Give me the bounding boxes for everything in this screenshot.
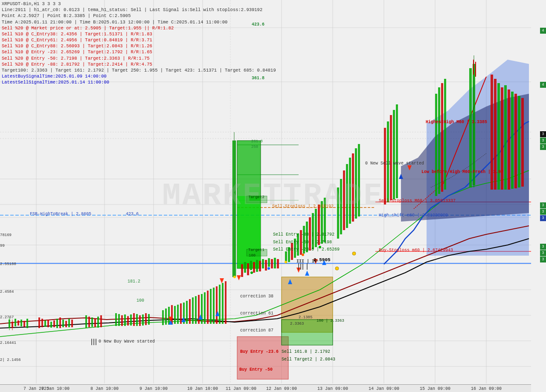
time-axis: 7 Jan 2025 7 Jan 10:00 8 Jan 10:00 9 Jan… (0, 384, 531, 392)
time-label-8: 14 Jan 09:00 (369, 386, 399, 391)
svg-rect-65 (97, 317, 99, 328)
svg-rect-111 (265, 260, 267, 271)
svg-rect-124 (309, 217, 311, 251)
svg-rect-159 (521, 98, 524, 187)
svg-rect-105 (247, 263, 249, 275)
svg-rect-51 (44, 320, 46, 327)
svg-rect-150 (491, 75, 493, 190)
svg-rect-127 (318, 205, 320, 245)
svg-point-174 (352, 252, 356, 255)
svg-rect-81 (168, 307, 170, 325)
svg-rect-113 (271, 259, 273, 268)
svg-rect-32 (237, 196, 261, 268)
svg-rect-104 (244, 262, 246, 273)
right-box-3a: 3 (540, 138, 546, 144)
svg-rect-95 (210, 289, 212, 324)
svg-rect-147 (469, 68, 472, 187)
svg-rect-90 (195, 296, 197, 324)
time-label-6: 12 Jan 09:00 (266, 386, 297, 391)
time-label-4: 10 Jan 10:00 (187, 386, 218, 391)
svg-rect-155 (508, 89, 510, 190)
chart-svg (0, 0, 546, 392)
right-box-3c: 3 (540, 202, 546, 208)
svg-marker-166 (322, 260, 326, 265)
svg-rect-137 (358, 144, 360, 216)
svg-point-192 (302, 254, 304, 256)
svg-rect-55 (56, 319, 58, 328)
svg-rect-154 (504, 85, 507, 190)
svg-marker-169 (237, 275, 241, 280)
svg-rect-141 (393, 110, 395, 199)
time-label-7: 13 Jan 09:00 (317, 386, 348, 391)
svg-point-193 (319, 246, 321, 248)
svg-rect-110 (262, 259, 264, 268)
svg-rect-67 (115, 313, 117, 326)
svg-rect-194 (247, 196, 267, 203)
svg-marker-168 (220, 278, 224, 283)
svg-point-173 (335, 267, 339, 270)
svg-rect-58 (65, 321, 67, 327)
svg-rect-34 (237, 337, 288, 379)
svg-rect-142 (396, 104, 398, 198)
svg-rect-44 (15, 319, 16, 326)
svg-rect-134 (349, 158, 351, 224)
svg-rect-63 (91, 317, 93, 327)
right-box-3-black: 3 (540, 131, 546, 137)
svg-rect-73 (133, 313, 135, 326)
svg-rect-88 (189, 299, 191, 324)
svg-point-191 (285, 261, 287, 263)
right-box-3b: 3 (540, 144, 546, 150)
time-label-5: 11 Jan 09:00 (226, 386, 256, 391)
svg-rect-157 (514, 94, 517, 188)
svg-rect-112 (268, 258, 270, 267)
svg-rect-46 (20, 320, 22, 326)
svg-rect-54 (53, 320, 55, 327)
svg-rect-140 (390, 115, 392, 200)
svg-rect-53 (50, 322, 52, 328)
time-label-10: 16 Jan 09:00 (471, 386, 502, 391)
svg-rect-133 (346, 164, 348, 228)
svg-rect-153 (501, 87, 503, 190)
right-box-4b: 4 (540, 82, 546, 88)
svg-rect-136 (355, 148, 357, 219)
svg-rect-146 (444, 79, 446, 190)
svg-rect-64 (94, 319, 96, 327)
svg-rect-98 (219, 285, 221, 324)
svg-rect-118 (291, 243, 293, 260)
svg-rect-145 (441, 83, 443, 192)
svg-rect-139 (387, 121, 389, 202)
svg-rect-75 (139, 315, 141, 326)
svg-rect-135 (352, 153, 354, 222)
svg-rect-195 (247, 249, 267, 256)
time-label-2: 8 Jan 10:00 (90, 386, 119, 391)
svg-rect-117 (288, 247, 290, 262)
time-label-3: 9 Jan 10:00 (139, 386, 168, 391)
svg-rect-80 (165, 308, 167, 325)
svg-rect-143 (435, 94, 437, 196)
svg-rect-87 (186, 301, 188, 324)
svg-rect-115 (277, 259, 279, 268)
svg-rect-122 (303, 226, 305, 254)
svg-rect-69 (121, 315, 123, 326)
svg-rect-57 (62, 320, 64, 327)
time-label-9: 15 Jan 09:00 (420, 386, 450, 391)
svg-rect-94 (207, 291, 209, 324)
svg-rect-76 (142, 314, 144, 326)
svg-rect-121 (300, 230, 302, 255)
svg-rect-59 (68, 319, 70, 327)
svg-rect-126 (315, 209, 317, 247)
svg-rect-151 (494, 79, 497, 190)
svg-rect-103 (241, 264, 243, 277)
svg-rect-114 (274, 258, 276, 268)
svg-rect-74 (136, 314, 138, 326)
right-box-3d: 3 (540, 209, 546, 215)
svg-rect-79 (162, 310, 164, 325)
svg-point-190 (267, 267, 270, 270)
svg-point-188 (233, 276, 236, 278)
right-box-3g: 3 (540, 257, 546, 262)
svg-rect-52 (47, 320, 49, 327)
svg-rect-120 (297, 233, 299, 256)
svg-rect-83 (174, 306, 176, 324)
svg-rect-62 (88, 317, 90, 327)
svg-rect-144 (438, 87, 440, 194)
